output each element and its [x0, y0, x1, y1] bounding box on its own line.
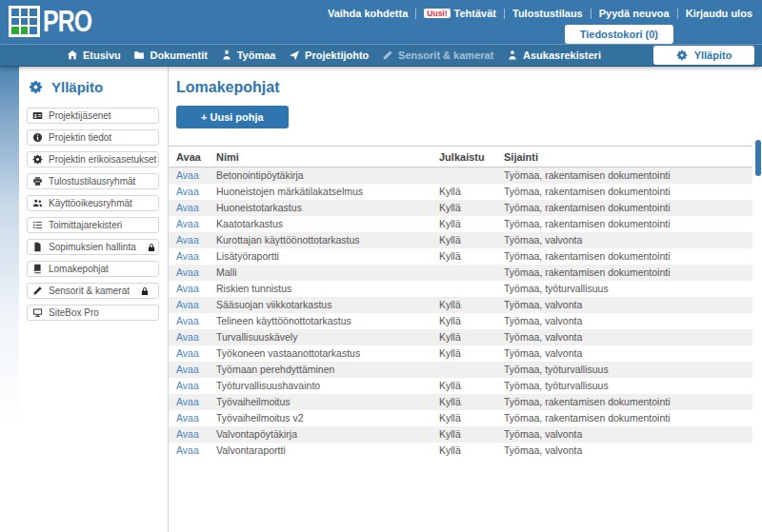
open-link[interactable]: Avaa	[176, 186, 199, 197]
table-row: Avaa Huoneistotarkastus Kyllä Työmaa, ra…	[169, 200, 752, 216]
left-gutter	[0, 67, 19, 532]
sidebar-item-sopimuksien-hallinta[interactable]: Sopimuksien hallinta	[27, 239, 159, 255]
cell-name: Työvaiheilmoitus v2	[216, 410, 439, 426]
open-link[interactable]: Avaa	[176, 202, 199, 213]
sidebar-items: Projektijäsenet Projektin tiedot Projekt…	[19, 108, 168, 321]
open-link[interactable]: Avaa	[176, 266, 199, 278]
cell-location: Työmaa, rakentamisen dokumentointi	[504, 248, 752, 265]
open-link[interactable]: Avaa	[176, 364, 199, 375]
pencil-icon	[382, 49, 393, 61]
nav-item-ty-maa[interactable]: Työmaa	[221, 49, 276, 61]
cell-location: Työmaa, rakentamisen dokumentointi	[504, 200, 752, 216]
open-link[interactable]: Avaa	[176, 331, 199, 343]
cell-name: Lisätyöraportti	[216, 248, 439, 265]
open-link[interactable]: Avaa	[176, 218, 199, 229]
open-link[interactable]: Avaa	[176, 347, 199, 359]
nav-item-label: Projektijohto	[305, 49, 369, 61]
sidebar-item-projektin-erikoisasetukset[interactable]: Projektin erikoisasetukset	[27, 151, 159, 167]
cell-name: Valvontaraportti	[216, 443, 439, 459]
cell-location: Työmaa, valvonta	[504, 443, 752, 459]
nav-item-asukasrekisteri[interactable]: Asukasrekisteri	[507, 49, 601, 61]
new-template-button[interactable]: + Uusi pohja	[176, 106, 289, 128]
cell-published: Kyllä	[439, 216, 504, 232]
cell-name: Huoneistotarkastus	[216, 200, 439, 216]
cell-location: Työmaa, rakentamisen dokumentointi	[504, 167, 752, 184]
nav-item-dokumentit[interactable]: Dokumentit	[133, 49, 208, 61]
nav-item-projektijohto[interactable]: Projektijohto	[289, 49, 369, 61]
file-icon	[32, 242, 43, 252]
sidebar-item-lomakepohjat[interactable]: Lomakepohjat	[27, 261, 159, 277]
nav-item-label: Työmaa	[237, 49, 276, 61]
nav-item-yllapito[interactable]: Ylläpito	[653, 46, 754, 65]
cell-location: Työmaa, rakentamisen dokumentointi	[504, 265, 752, 281]
table-row: Avaa Huoneistojen märkätilakatselmus Kyl…	[169, 184, 752, 200]
nav-item-label: Dokumentit	[150, 49, 208, 61]
cell-location: Työmaa, valvonta	[504, 345, 752, 362]
topbar-link[interactable]: Kirjaudu ulos	[670, 8, 752, 19]
cell-location: Työmaa, rakentamisen dokumentointi	[504, 410, 752, 426]
open-link[interactable]: Avaa	[176, 283, 199, 294]
sidebar-item-sensorit-kamerat[interactable]: Sensorit & kamerat	[27, 283, 159, 299]
sidebar-item-label: Sensorit & kamerat	[49, 286, 130, 296]
page-body: Ylläpito Projektijäsenet Projektin tiedo…	[0, 67, 762, 532]
page-title: Lomakepohjat	[176, 79, 752, 96]
sidebar-item-projektij-senet[interactable]: Projektijäsenet	[27, 108, 159, 124]
open-link[interactable]: Avaa	[176, 396, 199, 407]
cell-name: Työmaan perehdyttäminen	[216, 362, 439, 378]
file-basket-button[interactable]: Tiedostokori (0)	[565, 25, 673, 44]
cell-name: Valvontapöytäkirja	[216, 426, 439, 443]
sidebar-item-label: SiteBox Pro	[49, 307, 99, 318]
sidebar-title: Ylläpito	[19, 67, 168, 108]
open-link[interactable]: Avaa	[176, 169, 199, 181]
folder-icon	[133, 49, 145, 61]
cell-published: Kyllä	[439, 313, 504, 329]
open-link[interactable]: Avaa	[176, 315, 199, 326]
table-row: Avaa Valvontapöytäkirja Kyllä Työmaa, va…	[169, 426, 752, 443]
sidebar-title-label: Ylläpito	[51, 79, 103, 95]
open-link[interactable]: Avaa	[176, 428, 199, 440]
cell-name: Työvaiheilmoitus	[216, 394, 439, 410]
brand-logo[interactable]: PRO	[0, 0, 104, 37]
sidebar-item-projektin-tiedot[interactable]: Projektin tiedot	[27, 129, 159, 146]
nav-item-etusivu[interactable]: Etusivu	[67, 49, 121, 61]
topbar-link-label: Kirjaudu ulos	[686, 8, 752, 19]
list-icon	[32, 220, 43, 230]
table-header-row: Avaa Nimi Julkaistu Sijainti	[169, 147, 752, 167]
open-link[interactable]: Avaa	[176, 412, 199, 424]
nav-item-sensorit-kamerat[interactable]: Sensorit & kamerat	[382, 49, 493, 61]
cell-name: Riskien tunnistus	[216, 281, 439, 297]
table-row: Avaa Työvaiheilmoitus v2 Kyllä Työmaa, r…	[169, 410, 752, 426]
open-link[interactable]: Avaa	[176, 234, 199, 246]
open-link[interactable]: Avaa	[176, 444, 199, 456]
open-link[interactable]: Avaa	[176, 299, 199, 310]
open-link[interactable]: Avaa	[176, 250, 199, 262]
nav-item-label: Sensorit & kamerat	[398, 49, 493, 61]
topbar-link[interactable]: Tulostustilaus	[496, 8, 583, 19]
cell-published	[439, 167, 504, 184]
info-circle-icon	[32, 132, 43, 143]
topbar-link[interactable]: Vaihda kohdetta	[328, 8, 408, 19]
sidebar-item-toimittajarekisteri[interactable]: Toimittajarekisteri	[27, 217, 159, 233]
cell-name: Kaatotarkastus	[216, 216, 439, 232]
cell-published: Kyllä	[439, 297, 504, 313]
table-row: Avaa Työturvallisuushavainto Kyllä Työma…	[169, 378, 752, 394]
worker-icon	[221, 49, 232, 61]
table-row: Avaa Betonointipöytäkirja Työmaa, rakent…	[169, 167, 752, 184]
topbar-link[interactable]: Pyydä neuvoa	[583, 8, 670, 19]
sidebar-item-sitebox-pro[interactable]: SiteBox Pro	[27, 305, 159, 321]
sidebar-item-tulostustilausryhm-t[interactable]: Tulostustilausryhmät	[27, 173, 159, 189]
sidebar-item-k-ytt-oikeusryhm-t[interactable]: Käyttöoikeusryhmät	[27, 195, 159, 211]
topbar-link[interactable]: Uusi! Tehtävät	[408, 8, 496, 19]
cell-published: Kyllä	[439, 232, 504, 248]
sidebar-item-label: Tulostustilausryhmät	[49, 176, 135, 187]
brand-name: PRO	[43, 6, 91, 37]
sidebar-item-label: Projektin tiedot	[49, 132, 111, 143]
cell-location: Työmaa, valvonta	[504, 313, 752, 329]
header-sijainti: Sijainti	[504, 147, 752, 167]
open-link[interactable]: Avaa	[176, 380, 199, 391]
topbar-link-label: Tulostustilaus	[512, 8, 583, 19]
scrollbar-thumb[interactable]	[755, 140, 761, 176]
id-card-icon	[32, 110, 43, 121]
cell-published: Kyllä	[439, 184, 504, 200]
grid-logo-icon	[9, 6, 40, 37]
